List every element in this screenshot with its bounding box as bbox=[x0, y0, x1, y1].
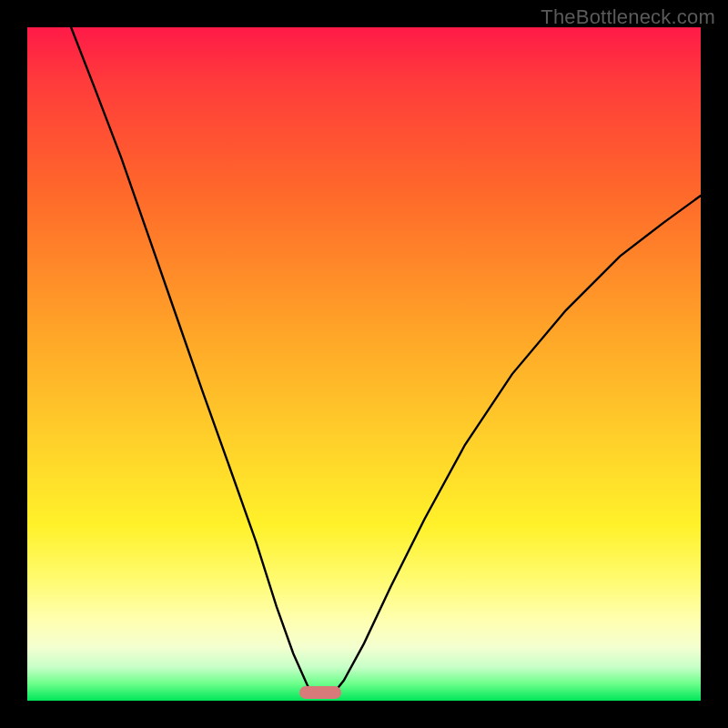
optimal-marker bbox=[299, 686, 341, 699]
curve-right bbox=[330, 196, 701, 697]
plot-area bbox=[27, 27, 701, 701]
bottleneck-curve bbox=[27, 27, 701, 701]
outer-frame: TheBottleneck.com bbox=[0, 0, 728, 728]
watermark-text: TheBottleneck.com bbox=[541, 5, 715, 29]
curve-left bbox=[71, 27, 313, 697]
